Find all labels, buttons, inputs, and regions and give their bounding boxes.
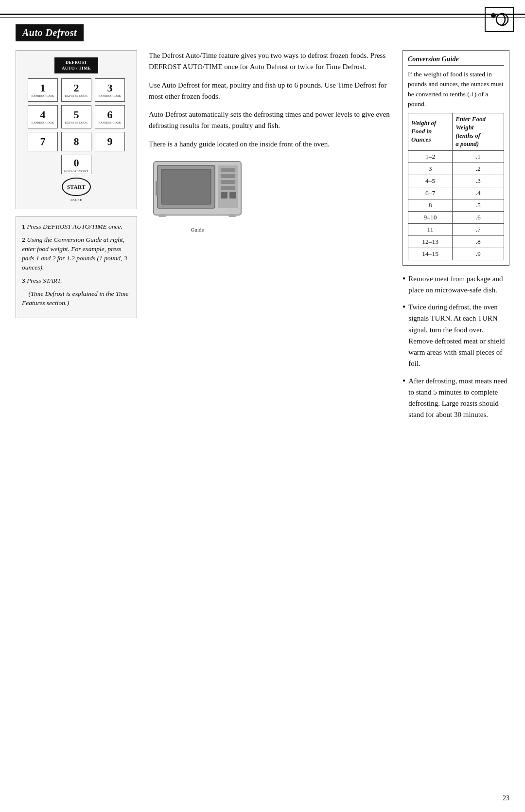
step-2-num: 2 xyxy=(22,236,27,243)
weight-cell: .1 xyxy=(453,150,504,162)
svg-rect-4 xyxy=(161,169,211,204)
table-row: 9–10.6 xyxy=(408,211,504,223)
bullet-text: After defrosting, most meats need to sta… xyxy=(408,376,509,421)
mid-para-1: The Defrost Auto/Time feature gives you … xyxy=(149,50,391,73)
table-row: 14–15.9 xyxy=(408,248,504,260)
weight-cell: .6 xyxy=(453,211,504,223)
step-3-num: 3 xyxy=(22,277,27,284)
key-3[interactable]: 3 EXPRESS COOK xyxy=(95,78,125,102)
steps-panel: 1 Press DEFROST AUTO/TIME once. 2 Using … xyxy=(16,216,137,318)
page-number: 23 xyxy=(503,794,509,802)
key-5-sub: EXPRESS COOK xyxy=(65,121,88,124)
mid-para-2: Use Auto Defrost for meat, poultry and f… xyxy=(149,80,391,103)
key-1-sub: EXPRESS COOK xyxy=(32,94,54,97)
svg-point-1 xyxy=(496,14,508,25)
table-row: 8.5 xyxy=(408,199,504,211)
key-4-sub: EXPRESS COOK xyxy=(32,121,54,124)
svg-rect-7 xyxy=(221,174,235,178)
key-2-sub: EXPRESS COOK xyxy=(65,94,88,97)
step-1-text: Press DEFROST AUTO/TIME once. xyxy=(27,223,122,230)
key-9[interactable]: 9 xyxy=(95,132,125,151)
key-8-label: 8 xyxy=(74,135,79,148)
ounces-cell: 6–7 xyxy=(408,187,453,199)
table-row: 11.7 xyxy=(408,223,504,235)
step-2: 2 Using the Conversion Guide at right, e… xyxy=(22,235,131,272)
ounces-cell: 3 xyxy=(408,162,453,175)
ounces-cell: 8 xyxy=(408,199,453,211)
mid-para-3: Auto Defrost automatically sets the defr… xyxy=(149,109,391,132)
keypad-start-row: START PAUSE xyxy=(21,178,132,202)
table-row: 4–5.3 xyxy=(408,175,504,187)
step-3-detail-text: (Time Defrost is explained in the Time F… xyxy=(22,290,128,307)
key-5[interactable]: 5 EXPRESS COOK xyxy=(61,105,91,128)
conversion-title: Conversion Guide xyxy=(408,55,504,66)
svg-point-0 xyxy=(491,13,496,18)
key-0[interactable]: 0 DISPLAY ON/OFF xyxy=(61,155,91,174)
step-2-text: Using the Conversion Guide at right, ent… xyxy=(22,236,127,271)
list-item: •Remove meat from package and place on m… xyxy=(402,273,509,296)
ounces-cell: 12–13 xyxy=(408,235,453,248)
start-button[interactable]: START xyxy=(62,178,91,196)
key-6-label: 6 xyxy=(107,109,113,120)
defrost-label-line1: DEFROST xyxy=(66,60,88,65)
ounces-cell: 9–10 xyxy=(408,211,453,223)
key-5-label: 5 xyxy=(74,109,79,120)
bullet-dot: • xyxy=(402,302,405,313)
svg-rect-9 xyxy=(221,186,235,190)
key-0-sub: DISPLAY ON/OFF xyxy=(64,169,88,172)
ounces-cell: 1–2 xyxy=(408,150,453,162)
key-7-label: 7 xyxy=(40,135,46,148)
key-4[interactable]: 4 EXPRESS COOK xyxy=(28,105,58,128)
bullet-text: Remove meat from package and place on mi… xyxy=(408,273,509,296)
conversion-box: Conversion Guide If the weight of food i… xyxy=(402,50,509,266)
step-3: 3 Press START. xyxy=(22,276,131,286)
key-1[interactable]: 1 EXPRESS COOK xyxy=(28,78,58,102)
key-4-label: 4 xyxy=(40,109,46,120)
ounces-cell: 11 xyxy=(408,223,453,235)
key-7[interactable]: 7 xyxy=(28,132,58,151)
key-2[interactable]: 2 EXPRESS COOK xyxy=(61,78,91,102)
svg-rect-11 xyxy=(229,192,236,198)
step-1-num: 1 xyxy=(22,223,27,230)
bullet-dot: • xyxy=(402,273,405,285)
list-item: •After defrosting, most meats need to st… xyxy=(402,376,509,421)
weight-cell: .3 xyxy=(453,175,504,187)
keypad-row-3: 7 8 9 xyxy=(21,132,132,151)
mid-para-4: There is a handy guide located on the in… xyxy=(149,139,391,150)
step-3-text: Press START. xyxy=(27,277,62,284)
keypad-panel: DEFROST AUTO / TIME 1 EXPRESS COOK 2 EXP… xyxy=(16,50,137,209)
col-header-ounces: Weight ofFood inOunces xyxy=(408,113,453,151)
svg-rect-10 xyxy=(221,192,228,198)
weight-cell: .5 xyxy=(453,199,504,211)
conversion-description: If the weight of food is stated in pound… xyxy=(408,70,504,109)
key-1-label: 1 xyxy=(40,83,46,93)
conversion-table: Weight ofFood inOunces Enter FoodWeight(… xyxy=(408,113,504,260)
key-6-sub: EXPRESS COOK xyxy=(99,121,122,124)
middle-column: The Defrost Auto/Time feature gives you … xyxy=(149,50,391,233)
main-content: Auto Defrost DEFROST AUTO / TIME 1 EXPRE… xyxy=(16,24,509,793)
bullets-section: •Remove meat from package and place on m… xyxy=(402,273,509,421)
weight-cell: .7 xyxy=(453,223,504,235)
step-3-detail: (Time Defrost is explained in the Time F… xyxy=(22,289,131,308)
left-column: DEFROST AUTO / TIME 1 EXPRESS COOK 2 EXP… xyxy=(16,50,137,318)
top-bar-outer xyxy=(0,14,525,15)
defrost-label-line2: AUTO / TIME xyxy=(62,66,91,71)
microwave-caption: Guide xyxy=(149,227,246,233)
defrost-button[interactable]: DEFROST AUTO / TIME xyxy=(54,57,98,73)
bullets-container: •Remove meat from package and place on m… xyxy=(402,273,509,421)
key-6[interactable]: 6 EXPRESS COOK xyxy=(95,105,125,128)
col-header-weight: Enter FoodWeight(tenths ofa pound) xyxy=(453,113,504,151)
svg-rect-13 xyxy=(228,214,236,217)
svg-rect-12 xyxy=(158,214,166,217)
table-row: 6–7.4 xyxy=(408,187,504,199)
key-8[interactable]: 8 xyxy=(61,132,91,151)
section-header: Auto Defrost xyxy=(16,24,84,41)
weight-cell: .2 xyxy=(453,162,504,175)
svg-rect-8 xyxy=(221,180,235,184)
table-row: 12–13.8 xyxy=(408,235,504,248)
table-row: 3.2 xyxy=(408,162,504,175)
columns-layout: DEFROST AUTO / TIME 1 EXPRESS COOK 2 EXP… xyxy=(16,50,509,427)
keypad-row-1: 1 EXPRESS COOK 2 EXPRESS COOK 3 EXPRESS … xyxy=(21,78,132,102)
key-9-label: 9 xyxy=(107,135,113,148)
bullet-dot: • xyxy=(402,376,405,387)
